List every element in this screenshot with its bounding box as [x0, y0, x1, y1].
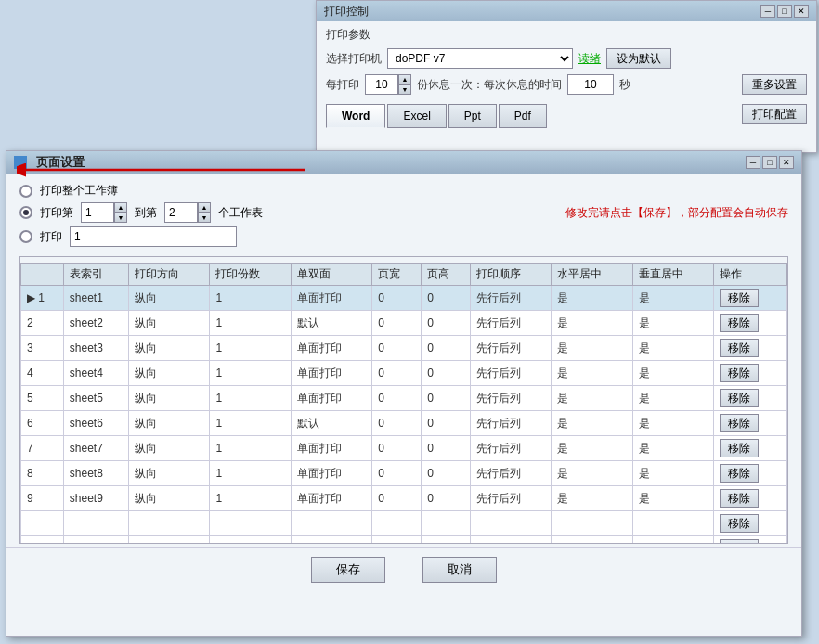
remove-button-new[interactable]: 移除 — [720, 539, 759, 544]
cell-direction: 纵向 — [129, 286, 210, 311]
radio-all-sheets[interactable] — [20, 185, 32, 198]
remove-button[interactable]: 移除 — [720, 489, 759, 508]
remove-button[interactable]: 移除 — [720, 339, 759, 357]
remove-button[interactable]: 移除 — [720, 389, 759, 407]
bg-minimize-button[interactable]: ─ — [760, 5, 775, 18]
table-row[interactable]: 3 sheet3 纵向 1 单面打印 0 0 先行后列 是 是 移除 — [21, 336, 787, 361]
print-params-label-row: 打印参数 — [326, 27, 807, 43]
row-indicator: 7 — [21, 436, 64, 461]
table-header-row: 表索引 打印方向 打印份数 单双面 页宽 页高 打印顺序 水平居中 垂直居中 操… — [21, 264, 787, 286]
row-indicator: 9 — [21, 486, 64, 511]
range-from-down[interactable]: ▼ — [114, 213, 127, 223]
cell-name: sheet1 — [63, 286, 128, 311]
cell-copies: 1 — [210, 411, 291, 436]
printer-status-link[interactable]: 读绪 — [578, 51, 601, 67]
cell-action: 移除 — [714, 436, 787, 461]
remove-button[interactable]: 移除 — [720, 289, 759, 307]
cell-vcenter: 是 — [632, 486, 713, 511]
main-minimize-button[interactable]: ─ — [746, 156, 760, 169]
cell-pageH: 0 — [422, 336, 471, 361]
table-row[interactable]: 2 sheet2 纵向 1 默认 0 0 先行后列 是 是 移除 — [21, 311, 787, 336]
cell-pageH: 0 — [422, 436, 471, 461]
table-row-star: * 移除 — [21, 536, 787, 545]
cancel-button[interactable]: 取消 — [422, 557, 497, 583]
table-row[interactable]: 9 sheet9 纵向 1 单面打印 0 0 先行后列 是 是 移除 — [21, 486, 787, 511]
page-settings-dialog: 页面设置 ─ □ ✕ 修改完请点击【保存】，部分配置会自动保存 打印整个工作簿 … — [6, 150, 802, 637]
tab-word[interactable]: Word — [326, 104, 385, 128]
range-from-up[interactable]: ▲ — [114, 202, 127, 213]
every-print-down[interactable]: ▼ — [398, 84, 411, 95]
all-sheets-label: 打印整个工作簿 — [40, 183, 118, 199]
range-label2: 到第 — [135, 205, 157, 221]
remove-button[interactable]: 移除 — [720, 414, 759, 432]
remove-button-star[interactable]: 移除 — [720, 514, 759, 533]
table-row[interactable]: 8 sheet8 纵向 1 单面打印 0 0 先行后列 是 是 移除 — [21, 461, 787, 486]
custom-label: 打印 — [40, 229, 62, 245]
cell-copies: 1 — [210, 436, 291, 461]
col-header-order: 打印顺序 — [471, 264, 552, 286]
col-header-vcenter: 垂直居中 — [632, 264, 713, 286]
range-from-input[interactable] — [81, 202, 114, 223]
radio-custom[interactable] — [20, 230, 32, 243]
cell-hcenter: 是 — [552, 411, 632, 436]
remove-button[interactable]: 移除 — [720, 364, 759, 382]
sheets-table-container: 表索引 打印方向 打印份数 单双面 页宽 页高 打印顺序 水平居中 垂直居中 操… — [20, 256, 788, 544]
cell-copies: 1 — [210, 286, 291, 311]
main-maximize-button[interactable]: □ — [762, 156, 777, 169]
cell-direction: 纵向 — [129, 361, 210, 386]
every-print-spin: ▲ ▼ — [365, 74, 411, 95]
bg-title-bar: 打印控制 ─ □ ✕ — [317, 1, 816, 21]
table-row[interactable]: ▶ 1 sheet1 纵向 1 单面打印 0 0 先行后列 是 是 移除 — [21, 286, 787, 311]
cell-side: 单面打印 — [291, 436, 371, 461]
table-row[interactable]: 6 sheet6 纵向 1 默认 0 0 先行后列 是 是 移除 — [21, 411, 787, 436]
cell-copies: 1 — [210, 486, 291, 511]
tab-ppt[interactable]: Ppt — [448, 104, 497, 128]
radio-range[interactable] — [20, 206, 32, 219]
every-print-input[interactable] — [365, 74, 398, 95]
table-row[interactable]: 4 sheet4 纵向 1 单面打印 0 0 先行后列 是 是 移除 — [21, 361, 787, 386]
cell-vcenter: 是 — [632, 336, 713, 361]
cell-action: 移除 — [714, 386, 787, 411]
cell-side: 单面打印 — [291, 361, 371, 386]
more-settings-button[interactable]: 重多设置 — [742, 74, 807, 95]
range-to-up[interactable]: ▲ — [198, 202, 211, 213]
table-row[interactable]: 7 sheet7 纵向 1 单面打印 0 0 先行后列 是 是 移除 — [21, 436, 787, 461]
bg-maximize-button[interactable]: □ — [777, 5, 792, 18]
print-params-label: 打印参数 — [326, 27, 370, 43]
remove-button[interactable]: 移除 — [720, 439, 759, 457]
save-button[interactable]: 保存 — [311, 557, 385, 583]
cell-name: sheet8 — [63, 461, 128, 486]
cell-vcenter: 是 — [632, 286, 713, 311]
every-print-up[interactable]: ▲ — [398, 74, 411, 84]
cell-hcenter: 是 — [552, 386, 632, 411]
range-to-input[interactable] — [164, 202, 198, 223]
cell-side: 单面打印 — [291, 386, 371, 411]
table-row[interactable]: 5 sheet5 纵向 1 单面打印 0 0 先行后列 是 是 移除 — [21, 386, 787, 411]
rest-time-input[interactable] — [567, 74, 614, 95]
cell-hcenter: 是 — [552, 361, 632, 386]
col-header-pageW: 页宽 — [372, 264, 422, 286]
range-from-spinners: ▲ ▼ — [114, 202, 127, 223]
remove-button[interactable]: 移除 — [720, 464, 759, 483]
cell-side: 默认 — [291, 311, 371, 336]
tab-excel[interactable]: Excel — [387, 104, 446, 128]
printer-select[interactable]: doPDF v7 — [387, 48, 573, 69]
cell-pageH: 0 — [422, 461, 471, 486]
cell-direction: 纵向 — [129, 311, 210, 336]
cell-side: 默认 — [291, 411, 371, 436]
set-default-button[interactable]: 设为默认 — [606, 48, 671, 69]
tab-pdf[interactable]: Pdf — [499, 104, 547, 128]
cell-order: 先行后列 — [471, 461, 552, 486]
custom-input[interactable] — [70, 226, 237, 247]
print-config-button[interactable]: 打印配置 — [742, 104, 807, 124]
cell-order: 先行后列 — [471, 436, 552, 461]
row-indicator: ▶ 1 — [21, 286, 64, 311]
cell-name: sheet7 — [63, 436, 128, 461]
cell-pageH: 0 — [422, 311, 471, 336]
remove-button[interactable]: 移除 — [720, 314, 759, 332]
main-close-button[interactable]: ✕ — [779, 156, 794, 169]
cell-copies: 1 — [210, 311, 291, 336]
bg-close-button[interactable]: ✕ — [794, 5, 809, 18]
range-to-down[interactable]: ▼ — [198, 213, 211, 223]
cell-action: 移除 — [714, 461, 787, 486]
